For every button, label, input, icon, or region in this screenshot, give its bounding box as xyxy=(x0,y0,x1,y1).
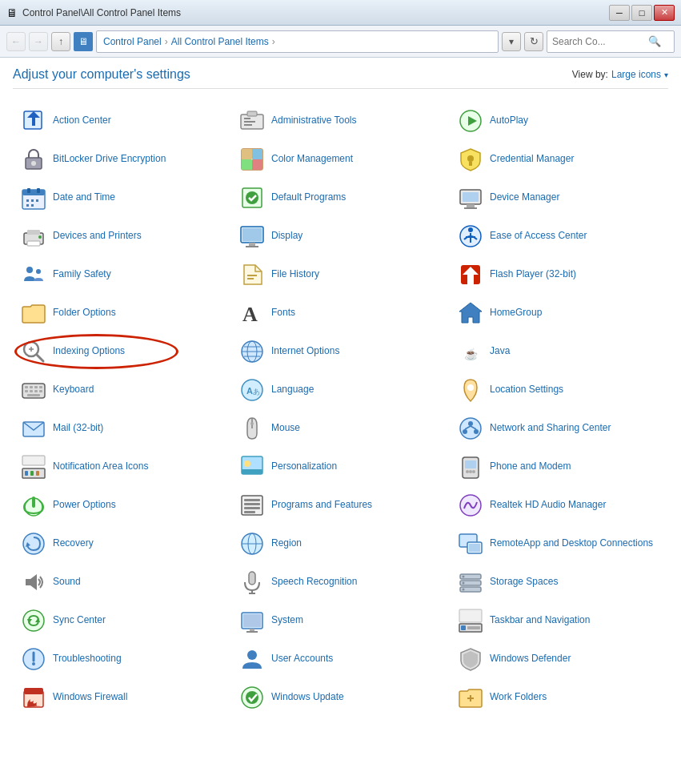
minimize-button[interactable]: ─ xyxy=(609,5,630,21)
breadcrumb-all-items[interactable]: All Control Panel Items xyxy=(171,36,269,47)
svg-text:あ: あ xyxy=(253,388,260,396)
default-programs-label: Default Programs xyxy=(271,191,346,204)
panel-item-mail[interactable]: Mail (32-bit) xyxy=(13,409,231,448)
panel-item-indexing-options[interactable]: Indexing Options xyxy=(13,332,231,371)
svg-rect-25 xyxy=(36,199,38,202)
panel-item-default-programs[interactable]: Default Programs xyxy=(231,179,450,217)
panel-item-power-options[interactable]: Power Options xyxy=(13,486,231,525)
color-management-icon xyxy=(239,147,265,172)
panel-item-phone-modem[interactable]: Phone and Modem xyxy=(450,448,668,486)
panel-item-devices-printers[interactable]: Devices and Printers xyxy=(13,217,231,255)
panel-item-personalization[interactable]: Personalization xyxy=(231,448,450,486)
windows-firewall-icon xyxy=(21,685,46,710)
refresh-button[interactable]: ↻ xyxy=(524,32,543,51)
device-manager-label: Device Manager xyxy=(490,191,559,204)
panel-item-recovery[interactable]: Recovery xyxy=(13,525,231,563)
mail-icon xyxy=(21,416,46,441)
panel-item-folder-options[interactable]: Folder Options xyxy=(13,294,231,332)
fonts-icon: A xyxy=(239,300,265,326)
panel-item-autoplay[interactable]: AutoPlay xyxy=(450,102,668,140)
panel-item-mouse[interactable]: Mouse xyxy=(231,409,450,448)
indexing-options-icon xyxy=(21,339,46,364)
panel-item-realtek[interactable]: Realtek HD Audio Manager xyxy=(450,486,668,525)
panel-item-action-center[interactable]: Action Center xyxy=(13,102,231,140)
dropdown-button[interactable]: ▾ xyxy=(502,32,521,51)
svg-point-126 xyxy=(23,610,44,631)
panel-item-windows-firewall[interactable]: Windows Firewall xyxy=(13,678,231,717)
user-accounts-label: User Accounts xyxy=(271,653,333,665)
panel-item-fonts[interactable]: AFonts xyxy=(231,294,450,332)
back-button[interactable]: ← xyxy=(6,32,26,51)
maximize-button[interactable]: □ xyxy=(631,5,652,21)
svg-point-80 xyxy=(250,422,254,425)
svg-rect-70 xyxy=(30,390,33,392)
breadcrumb-control-panel[interactable]: Control Panel xyxy=(103,36,162,47)
panel-item-credential-manager[interactable]: Credential Manager xyxy=(450,140,668,179)
panel-item-troubleshooting[interactable]: Troubleshooting xyxy=(13,640,231,678)
svg-rect-2 xyxy=(32,118,35,126)
panel-item-windows-update[interactable]: Windows Update xyxy=(231,678,450,717)
panel-item-administrative-tools[interactable]: Administrative Tools xyxy=(231,102,450,140)
keyboard-icon xyxy=(21,377,46,403)
svg-point-82 xyxy=(463,429,467,434)
speech-recognition-icon xyxy=(239,569,265,595)
panel-item-keyboard[interactable]: Keyboard xyxy=(13,371,231,409)
panel-item-date-time[interactable]: Date and Time xyxy=(13,179,231,217)
svg-rect-90 xyxy=(36,471,39,476)
close-button[interactable]: ✕ xyxy=(654,5,675,21)
panel-item-system[interactable]: System xyxy=(231,601,450,640)
panel-item-file-history[interactable]: File History xyxy=(231,255,450,294)
system-label: System xyxy=(271,614,303,627)
panel-item-homegroup[interactable]: HomeGroup xyxy=(450,294,668,332)
up-button[interactable]: ↑ xyxy=(51,32,70,51)
svg-rect-20 xyxy=(22,190,45,195)
forward-button[interactable]: → xyxy=(29,32,48,51)
svg-point-47 xyxy=(36,269,41,274)
svg-point-37 xyxy=(38,235,42,239)
panel-item-display[interactable]: Display xyxy=(231,217,450,255)
panel-item-storage-spaces[interactable]: Storage Spaces xyxy=(450,563,668,601)
network-sharing-label: Network and Sharing Center xyxy=(490,422,611,435)
panel-item-taskbar-navigation[interactable]: Taskbar and Navigation xyxy=(450,601,668,640)
panel-item-work-folders[interactable]: Work Folders xyxy=(450,678,668,717)
panel-item-internet-options[interactable]: Internet Options xyxy=(231,332,450,371)
panel-item-notification-icons[interactable]: Notification Area Icons xyxy=(13,448,231,486)
network-sharing-icon xyxy=(458,416,483,441)
location-settings-label: Location Settings xyxy=(490,384,563,396)
panel-item-language[interactable]: AあLanguage xyxy=(231,371,450,409)
notification-icons-label: Notification Area Icons xyxy=(53,460,148,473)
panel-item-sync-center[interactable]: Sync Center xyxy=(13,601,231,640)
panel-item-java[interactable]: ☕Java xyxy=(450,332,668,371)
panel-item-windows-defender[interactable]: Windows Defender xyxy=(450,640,668,678)
breadcrumb-bar: Control Panel › All Control Panel Items … xyxy=(96,30,499,53)
panel-item-region[interactable]: Region xyxy=(231,525,450,563)
sync-center-icon xyxy=(21,608,46,633)
panel-item-network-sharing[interactable]: Network and Sharing Center xyxy=(450,409,668,448)
svg-rect-103 xyxy=(244,499,260,501)
panel-item-color-management[interactable]: Color Management xyxy=(231,140,450,179)
panel-item-family-safety[interactable]: Family Safety xyxy=(13,255,231,294)
viewby-chevron[interactable]: ▾ xyxy=(664,70,668,79)
programs-features-label: Programs and Features xyxy=(271,499,372,512)
panel-item-user-accounts[interactable]: User Accounts xyxy=(231,640,450,678)
panel-item-programs-features[interactable]: Programs and Features xyxy=(231,486,450,525)
svg-rect-89 xyxy=(30,471,34,476)
svg-point-139 xyxy=(32,662,35,665)
panel-item-ease-of-access[interactable]: Ease of Access Center xyxy=(450,217,668,255)
work-folders-icon xyxy=(458,685,483,710)
panel-item-remoteapp[interactable]: RemoteApp and Desktop Connections xyxy=(450,525,668,563)
panel-item-sound[interactable]: Sound xyxy=(13,563,231,601)
panel-item-bitlocker[interactable]: BitLocker Drive Encryption xyxy=(13,140,231,179)
viewby-value[interactable]: Large icons xyxy=(611,69,661,80)
phone-modem-label: Phone and Modem xyxy=(490,460,571,473)
search-input[interactable] xyxy=(552,36,648,47)
svg-rect-134 xyxy=(461,625,466,630)
panel-item-speech-recognition[interactable]: Speech Recognition xyxy=(231,563,450,601)
panel-item-flash-player[interactable]: Flash Player (32-bit) xyxy=(450,255,668,294)
panel-item-device-manager[interactable]: Device Manager xyxy=(450,179,668,217)
panel-item-location-settings[interactable]: Location Settings xyxy=(450,371,668,409)
search-icon[interactable]: 🔍 xyxy=(648,35,661,47)
java-label: Java xyxy=(490,345,510,358)
sound-label: Sound xyxy=(53,576,81,589)
svg-point-77 xyxy=(467,384,474,391)
